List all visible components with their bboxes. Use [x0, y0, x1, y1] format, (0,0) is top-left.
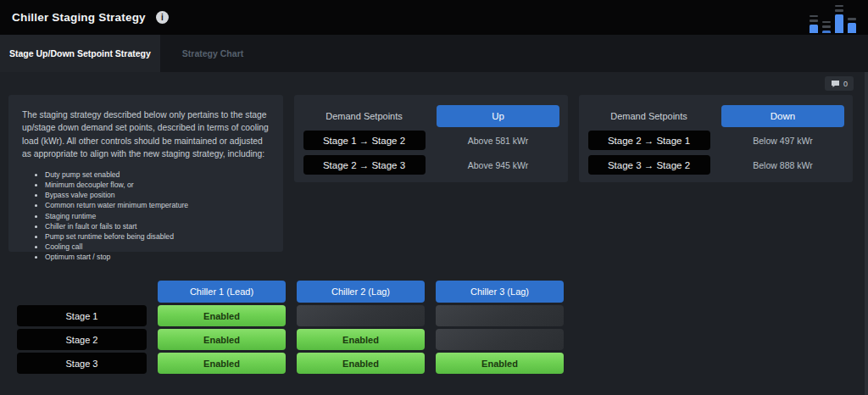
- mini-chart-bar: [810, 15, 818, 33]
- tab-stage-updown-setpoint-strategy[interactable]: Stage Up/Down Setpoint Strategy: [0, 35, 160, 72]
- list-item: Minimum decoupler flow, or: [45, 180, 270, 190]
- app-header: Chiller Staging Strategy i: [0, 0, 868, 35]
- comments-badge[interactable]: 0: [825, 76, 854, 91]
- chiller-1-header-button[interactable]: Chiller 1 (Lead): [158, 281, 286, 303]
- setpoint-value: Above 945 kWr: [437, 160, 559, 170]
- comment-bubble-icon: [831, 80, 840, 88]
- setpoint-row: Stage 3 → Stage 2 Below 888 kWr: [587, 155, 844, 175]
- stage-transition-label: Stage 2 → Stage 3: [303, 155, 426, 175]
- setpoint-panels-row: The staging strategy described below onl…: [0, 91, 868, 252]
- stage-transition-label: Stage 3 → Stage 2: [588, 155, 710, 175]
- tab-bar: Stage Up/Down Setpoint Strategy Strategy…: [0, 35, 868, 72]
- list-item: Optimum start / stop: [45, 252, 270, 262]
- stage3-chiller1-cell[interactable]: Enabled: [158, 353, 286, 374]
- demand-setpoints-title: Demand Setpoints: [303, 111, 426, 121]
- strategy-controls-list: Duty pump set enabled Minimum decoupler …: [22, 170, 270, 263]
- page-title: Chiller Staging Strategy: [12, 11, 146, 24]
- demand-setpoints-down-header: Demand Setpoints Down: [587, 105, 844, 127]
- stage2-chiller3-cell[interactable]: [436, 329, 564, 350]
- stage-2-row-label: Stage 2: [17, 329, 147, 350]
- list-item: Chiller in fault or fails to start: [45, 221, 270, 231]
- stage-transition-label: Stage 1 → Stage 2: [303, 131, 426, 150]
- list-item: Pump set runtime before being disabled: [45, 231, 270, 242]
- chiller-stage-table: Chiller 1 (Lead) Chiller 2 (Lag) Chiller…: [17, 281, 868, 374]
- strategy-description-text: The staging strategy described below onl…: [22, 108, 270, 161]
- mini-chart-bar: [848, 18, 856, 33]
- comments-row: 0: [0, 72, 868, 91]
- setpoint-value: Below 888 kWr: [721, 160, 844, 170]
- mini-chart-bar: [822, 21, 831, 33]
- stage3-chiller3-cell[interactable]: Enabled: [436, 353, 564, 374]
- strategy-description-panel: The staging strategy described below onl…: [8, 95, 283, 252]
- table-corner-spacer: [17, 281, 147, 303]
- demand-setpoints-title: Demand Setpoints: [587, 111, 710, 121]
- mini-chart-bar: [835, 5, 843, 33]
- chiller-3-header-button[interactable]: Chiller 3 (Lag): [436, 281, 564, 303]
- list-item: Bypass valve position: [45, 190, 270, 200]
- list-item: Duty pump set enabled: [45, 170, 270, 180]
- stage2-chiller2-cell[interactable]: Enabled: [297, 329, 425, 350]
- mini-bar-chart-icon: [810, 3, 860, 33]
- stage1-chiller2-cell[interactable]: [297, 305, 425, 326]
- stage-transition-label: Stage 2 → Stage 1: [588, 131, 710, 150]
- list-item: Cooling call: [45, 242, 270, 252]
- setpoint-value: Below 497 kWr: [721, 136, 844, 146]
- stage2-chiller1-cell[interactable]: Enabled: [158, 329, 286, 350]
- list-item: Common return water minimum temperature: [45, 200, 270, 210]
- demand-setpoints-up-panel: Demand Setpoints Up Stage 1 → Stage 2 Ab…: [294, 95, 568, 182]
- tab-strategy-chart[interactable]: Strategy Chart: [160, 35, 265, 72]
- stage1-chiller1-cell[interactable]: Enabled: [158, 305, 286, 326]
- stage-up-button[interactable]: Up: [437, 105, 559, 127]
- stage-down-button[interactable]: Down: [721, 105, 844, 127]
- info-icon[interactable]: i: [156, 11, 169, 24]
- list-item: Staging runtime: [45, 211, 270, 221]
- stage-1-row-label: Stage 1: [17, 305, 147, 326]
- chiller-2-header-button[interactable]: Chiller 2 (Lag): [297, 281, 425, 303]
- vertical-scrollbar[interactable]: [865, 72, 868, 395]
- setpoint-row: Stage 2 → Stage 1 Below 497 kWr: [587, 131, 844, 150]
- setpoint-row: Stage 1 → Stage 2 Above 581 kWr: [303, 131, 559, 150]
- demand-setpoints-up-header: Demand Setpoints Up: [303, 105, 559, 127]
- demand-setpoints-down-panel: Demand Setpoints Down Stage 2 → Stage 1 …: [579, 95, 853, 182]
- setpoint-value: Above 581 kWr: [437, 136, 559, 146]
- stage1-chiller3-cell[interactable]: [436, 305, 564, 326]
- stage-3-row-label: Stage 3: [17, 353, 147, 374]
- stage3-chiller2-cell[interactable]: Enabled: [297, 353, 425, 374]
- comments-count: 0: [843, 80, 848, 88]
- main-content: 0 The staging strategy described below o…: [0, 72, 868, 395]
- setpoint-row: Stage 2 → Stage 3 Above 945 kWr: [303, 155, 559, 175]
